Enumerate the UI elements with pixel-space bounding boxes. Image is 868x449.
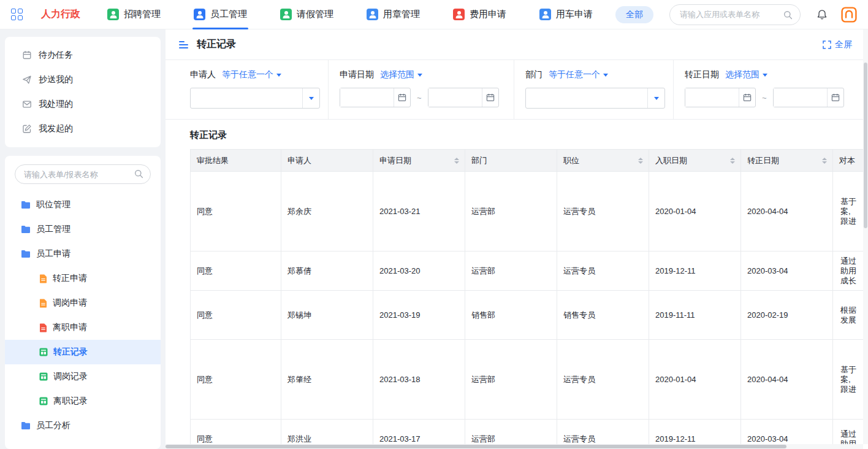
tab-expense-apply[interactable]: 费用申请 bbox=[453, 0, 506, 29]
expense-app-icon bbox=[453, 9, 465, 20]
chevron-down-icon bbox=[417, 74, 422, 77]
col-approval-result: 审批结果 bbox=[191, 150, 281, 172]
report-table-area: 转正记录 审批结果 申请人 申请日期 部门 职位 入职日期 转正日期 对本 bbox=[166, 120, 868, 449]
all-apps-button[interactable]: 全部 bbox=[615, 6, 653, 23]
table-cell: 2019-12-11 bbox=[649, 251, 741, 291]
table-cell: 同意 bbox=[191, 172, 281, 251]
filter-operator-dropdown[interactable]: 选择范围 bbox=[380, 69, 422, 80]
calendar-icon[interactable] bbox=[739, 88, 755, 107]
sidebar-item-regularization-records[interactable]: 转正记录 bbox=[5, 340, 161, 364]
sort-icon[interactable] bbox=[730, 158, 735, 164]
table-cell: 销售部 bbox=[465, 291, 557, 340]
sidebar-item-employee-mgmt[interactable]: 员工管理 bbox=[5, 217, 161, 242]
col-apply-date[interactable]: 申请日期 bbox=[373, 150, 465, 172]
col-regular-date[interactable]: 转正日期 bbox=[741, 150, 833, 172]
vertical-scrollbar-thumb[interactable] bbox=[864, 63, 867, 228]
department-select[interactable] bbox=[525, 88, 665, 109]
chevron-down-icon bbox=[276, 74, 281, 77]
form-doc-icon bbox=[39, 323, 47, 332]
folder-icon bbox=[21, 421, 31, 430]
col-position[interactable]: 职位 bbox=[557, 150, 649, 172]
sidebar-item-regularization-apply[interactable]: 转正申请 bbox=[5, 266, 161, 291]
tree-item-label: 员工管理 bbox=[36, 224, 70, 235]
app-nav: 招聘管理 员工管理 请假管理 用章管理 费用申请 用车申请 bbox=[107, 0, 593, 29]
sidebar-item-cc-to-me[interactable]: 抄送我的 bbox=[5, 67, 161, 92]
sidebar-item-resignation-records[interactable]: 离职记录 bbox=[5, 389, 161, 413]
table-row[interactable]: 同意 郑锡坤 2021-03-19 销售部 销售专员 2019-11-11 20… bbox=[191, 291, 868, 340]
quick-link-label: 我处理的 bbox=[39, 99, 73, 110]
regular-date-end-input[interactable] bbox=[774, 88, 827, 107]
main-content: 转正记录 全屏 申请人 等于任意一个 申请日期 选择范围 bbox=[166, 29, 868, 449]
col-hire-date[interactable]: 入职日期 bbox=[649, 150, 741, 172]
tab-label: 用章管理 bbox=[383, 9, 420, 20]
apply-date-start-input[interactable] bbox=[340, 88, 394, 107]
tab-employee-mgmt[interactable]: 员工管理 bbox=[194, 0, 247, 29]
table-title: 转正记录 bbox=[190, 129, 868, 141]
filter-operator-dropdown[interactable]: 等于任意一个 bbox=[222, 69, 281, 80]
sidebar-item-employee-apply[interactable]: 员工申请 bbox=[5, 242, 161, 266]
tab-leave-mgmt[interactable]: 请假管理 bbox=[280, 0, 333, 29]
sidebar-item-transfer-records[interactable]: 调岗记录 bbox=[5, 364, 161, 389]
table-row[interactable]: 同意 郑余庆 2021-03-21 运营部 运营专员 2020-01-04 20… bbox=[191, 172, 868, 251]
tab-vehicle-apply[interactable]: 用车申请 bbox=[539, 0, 593, 29]
tab-label: 请假管理 bbox=[297, 9, 333, 20]
recruitment-app-icon bbox=[107, 9, 119, 20]
chevron-down-icon bbox=[654, 97, 659, 100]
seal-app-icon bbox=[367, 9, 378, 20]
global-search-input[interactable] bbox=[670, 5, 800, 25]
sort-icon[interactable] bbox=[822, 158, 827, 164]
quick-links-card: 待办任务 抄送我的 我处理的 我发起的 bbox=[5, 37, 161, 147]
sidebar-item-resignation-apply[interactable]: 离职申请 bbox=[5, 315, 161, 340]
app-launcher-icon[interactable] bbox=[11, 9, 23, 20]
table-header-row: 审批结果 申请人 申请日期 部门 职位 入职日期 转正日期 对本 bbox=[191, 150, 868, 172]
page-title: 转正记录 bbox=[197, 38, 236, 51]
collapse-menu-icon[interactable] bbox=[179, 41, 188, 48]
filter-label: 转正日期 bbox=[685, 69, 719, 80]
sidebar-item-employee-analysis[interactable]: 员工分析 bbox=[5, 413, 161, 438]
col-applicant: 申请人 bbox=[281, 150, 373, 172]
table-cell: 同意 bbox=[191, 340, 281, 420]
chevron-down-icon bbox=[763, 74, 767, 77]
horizontal-scrollbar-thumb[interactable] bbox=[166, 445, 786, 448]
sidebar-item-transfer-apply[interactable]: 调岗申请 bbox=[5, 291, 161, 315]
table-row[interactable]: 同意 郑肇经 2021-03-18 运营部 运营专员 2020-01-04 20… bbox=[191, 340, 868, 420]
calendar-icon[interactable] bbox=[827, 88, 843, 107]
tree-item-label: 员工申请 bbox=[36, 248, 70, 259]
filter-operator-dropdown[interactable]: 等于任意一个 bbox=[549, 69, 608, 80]
leave-app-icon bbox=[280, 9, 292, 20]
apply-date-end-input[interactable] bbox=[428, 88, 482, 107]
sort-icon[interactable] bbox=[638, 158, 643, 164]
select-value bbox=[526, 88, 647, 108]
forms-tree-card: 职位管理 员工管理 员工申请 转正申请 bbox=[5, 156, 161, 449]
search-icon[interactable] bbox=[783, 10, 793, 20]
chevron-down-icon bbox=[603, 74, 608, 77]
applicant-select[interactable] bbox=[190, 88, 320, 109]
sidebar-item-processed-by-me[interactable]: 我处理的 bbox=[5, 92, 161, 117]
sidebar-item-todo-tasks[interactable]: 待办任务 bbox=[5, 43, 161, 67]
sort-icon[interactable] bbox=[454, 158, 459, 164]
notifications-bell-icon[interactable] bbox=[817, 9, 828, 20]
search-icon[interactable] bbox=[134, 169, 143, 178]
tab-recruitment[interactable]: 招聘管理 bbox=[107, 0, 161, 29]
folder-icon bbox=[21, 250, 31, 258]
table-cell: 运营专员 bbox=[557, 172, 649, 251]
calendar-icon[interactable] bbox=[482, 88, 498, 107]
fullscreen-button[interactable]: 全屏 bbox=[823, 39, 852, 50]
report-table-icon bbox=[39, 397, 48, 405]
tab-seal-mgmt[interactable]: 用章管理 bbox=[367, 0, 420, 29]
table-row[interactable]: 同意 郑慕倩 2021-03-20 运营部 运营专员 2019-12-11 20… bbox=[191, 251, 868, 291]
regular-date-start-input[interactable] bbox=[685, 88, 739, 107]
select-dropdown-button[interactable] bbox=[647, 88, 664, 108]
report-table-icon bbox=[39, 348, 48, 356]
filter-label: 部门 bbox=[525, 69, 542, 80]
calendar-icon[interactable] bbox=[394, 88, 410, 107]
table-cell: 运营部 bbox=[465, 172, 557, 251]
table-cell: 2020-03-04 bbox=[741, 251, 833, 291]
sidebar-item-position-mgmt[interactable]: 职位管理 bbox=[5, 193, 161, 217]
select-dropdown-button[interactable] bbox=[302, 88, 319, 108]
tree-item-label: 职位管理 bbox=[36, 199, 70, 210]
sidebar-item-initiated-by-me[interactable]: 我发起的 bbox=[5, 117, 161, 141]
form-search-input[interactable] bbox=[15, 164, 151, 184]
filter-operator-dropdown[interactable]: 选择范围 bbox=[725, 69, 767, 80]
current-app-name[interactable]: 人力行政 bbox=[41, 8, 80, 21]
